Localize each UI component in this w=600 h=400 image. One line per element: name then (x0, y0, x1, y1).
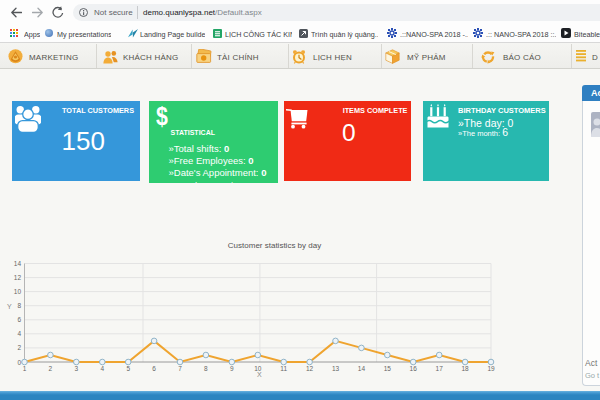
svg-text:7: 7 (178, 365, 182, 372)
svg-text:18: 18 (461, 365, 469, 372)
svg-text:3: 3 (74, 365, 78, 372)
svg-text:9: 9 (230, 365, 234, 372)
svg-text:8: 8 (17, 302, 21, 309)
svg-text:5: 5 (126, 365, 130, 372)
svg-text:8: 8 (204, 365, 208, 372)
svg-text:11: 11 (280, 365, 287, 372)
svg-text:4: 4 (100, 365, 104, 372)
svg-text:6: 6 (152, 365, 156, 372)
svg-text:17: 17 (436, 365, 444, 372)
svg-text:14: 14 (358, 365, 366, 372)
svg-text:16: 16 (410, 365, 418, 372)
svg-text:1: 1 (23, 365, 27, 372)
svg-text:14: 14 (14, 260, 22, 267)
svg-text:12: 12 (14, 274, 22, 281)
svg-text:15: 15 (384, 365, 392, 372)
svg-text:Customer statistics by day: Customer statistics by day (228, 241, 321, 250)
svg-text:2: 2 (17, 344, 21, 351)
svg-text:4: 4 (17, 330, 21, 337)
svg-text:Y: Y (7, 303, 12, 310)
svg-text:2: 2 (49, 365, 53, 372)
svg-text:0: 0 (17, 359, 21, 366)
svg-text:6: 6 (17, 316, 21, 323)
svg-text:12: 12 (306, 365, 314, 372)
svg-text:10: 10 (14, 288, 22, 295)
svg-text:13: 13 (332, 365, 340, 372)
svg-text:19: 19 (487, 365, 495, 372)
svg-text:X: X (257, 371, 262, 378)
